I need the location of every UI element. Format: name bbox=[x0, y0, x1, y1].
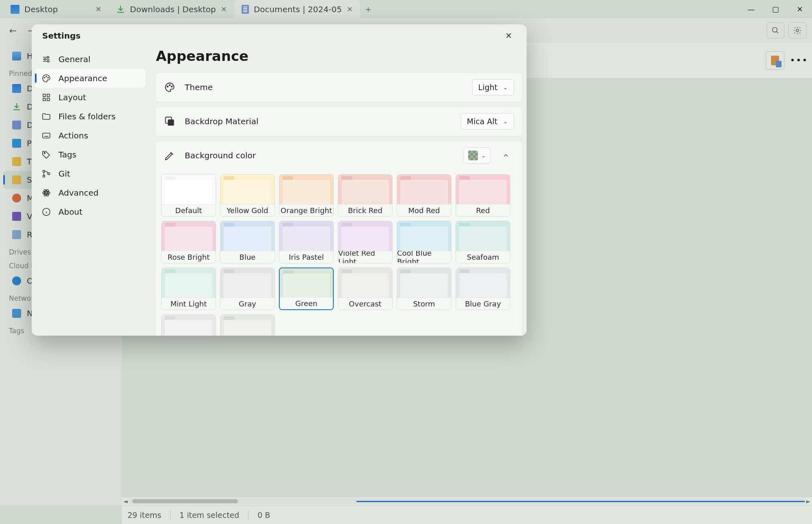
theme-dropdown[interactable]: Light ⌄ bbox=[472, 79, 514, 95]
collapse-button[interactable] bbox=[498, 147, 514, 164]
nav-label: Appearance bbox=[58, 73, 107, 83]
svg-point-17 bbox=[45, 192, 47, 194]
swatch-preview bbox=[220, 221, 274, 251]
dropdown-value: Light bbox=[478, 83, 497, 92]
svg-point-13 bbox=[44, 152, 45, 153]
settings-nav-actions[interactable]: Actions bbox=[35, 126, 145, 145]
nav-label: Files & folders bbox=[58, 112, 116, 121]
swatch-label: Storm bbox=[397, 298, 451, 310]
swatch-label: Mint Light bbox=[162, 298, 216, 310]
swatch-label: Violet Red Light bbox=[338, 251, 392, 263]
keyboard-icon bbox=[41, 131, 51, 140]
settings-pane[interactable]: Appearance Theme Light ⌄ Backdro bbox=[150, 47, 527, 336]
svg-rect-26 bbox=[168, 119, 174, 125]
swatch-preview bbox=[220, 268, 274, 298]
bgcolor-swatch-mint-light[interactable]: Mint Light bbox=[161, 267, 216, 310]
bgcolor-swatch-mod-red[interactable]: Mod Red bbox=[397, 174, 451, 217]
swatch-preview bbox=[279, 175, 333, 204]
swatch-label: Brick Red bbox=[338, 204, 392, 216]
color-swatch-icon bbox=[468, 151, 478, 160]
atom-icon bbox=[41, 188, 51, 198]
bgcolor-swatch-unnamed[interactable] bbox=[161, 314, 216, 336]
theme-card: Theme Light ⌄ bbox=[155, 72, 523, 102]
nav-label: Actions bbox=[58, 131, 88, 140]
svg-point-3 bbox=[44, 58, 46, 60]
bgcolor-swatch-blue[interactable]: Blue bbox=[220, 221, 275, 263]
swatch-label: Gray bbox=[220, 298, 274, 310]
settings-nav-general[interactable]: General bbox=[35, 50, 145, 69]
pane-title: Appearance bbox=[155, 47, 523, 72]
svg-point-14 bbox=[43, 170, 45, 172]
settings-nav-files-folders[interactable]: Files & folders bbox=[35, 107, 145, 126]
nav-label: Tags bbox=[58, 150, 76, 160]
svg-point-22 bbox=[167, 86, 168, 87]
bgcolor-swatch-iris-pastel[interactable]: Iris Pastel bbox=[279, 221, 334, 263]
svg-rect-8 bbox=[43, 94, 45, 97]
swatch-preview bbox=[162, 175, 216, 204]
bgcolor-swatch-cool-blue-bright[interactable]: Cool Blue Bright bbox=[397, 221, 451, 263]
bgcolor-swatch-gray[interactable]: Gray bbox=[220, 267, 275, 310]
bgcolor-swatch-seafoam[interactable]: Seafoam bbox=[456, 221, 510, 263]
chevron-down-icon: ⌄ bbox=[503, 118, 508, 125]
swatch-preview bbox=[397, 268, 451, 298]
bgcolor-swatch-violet-red-light[interactable]: Violet Red Light bbox=[338, 221, 393, 263]
folder-icon bbox=[41, 112, 51, 121]
bgcolor-swatch-default[interactable]: Default bbox=[161, 174, 216, 217]
nav-label: Layout bbox=[58, 93, 86, 102]
swatch-label: Orange Bright bbox=[279, 204, 333, 216]
settings-nav: GeneralAppearanceLayoutFiles & foldersAc… bbox=[32, 47, 150, 336]
git-icon bbox=[41, 169, 51, 179]
theme-label: Theme bbox=[185, 82, 213, 92]
svg-point-6 bbox=[46, 76, 47, 77]
bgcolor-swatch-green[interactable]: Green bbox=[279, 267, 334, 310]
swatch-preview bbox=[397, 221, 451, 251]
bgcolor-swatch-orange-bright[interactable]: Orange Bright bbox=[279, 174, 334, 217]
swatch-preview bbox=[280, 268, 333, 297]
svg-rect-9 bbox=[47, 94, 50, 97]
nav-label: Advanced bbox=[58, 188, 99, 198]
svg-rect-11 bbox=[47, 98, 50, 101]
nav-label: General bbox=[58, 54, 91, 64]
svg-point-5 bbox=[44, 77, 45, 78]
bgcolor-swatch-red[interactable]: Red bbox=[456, 174, 510, 217]
swatch-preview bbox=[338, 175, 392, 204]
swatch-preview bbox=[220, 315, 274, 336]
bgcolor-swatch-grid: DefaultYellow GoldOrange BrightBrick Red… bbox=[155, 170, 522, 336]
settings-nav-tags[interactable]: Tags bbox=[35, 145, 145, 164]
swatch-preview bbox=[456, 268, 510, 298]
modal-close-button[interactable]: ✕ bbox=[501, 28, 516, 43]
settings-nav-appearance[interactable]: Appearance bbox=[35, 69, 145, 88]
settings-nav-about[interactable]: About bbox=[35, 202, 145, 221]
bgcolor-swatch-blue-gray[interactable]: Blue Gray bbox=[456, 267, 510, 310]
swatch-label: Green bbox=[280, 297, 333, 309]
bgcolor-swatch-unnamed[interactable] bbox=[220, 314, 275, 336]
settings-nav-advanced[interactable]: Advanced bbox=[35, 183, 145, 202]
swatch-preview bbox=[162, 268, 216, 298]
backdrop-card: Backdrop Material Mica Alt ⌄ bbox=[155, 106, 523, 136]
bgcolor-swatch-brick-red[interactable]: Brick Red bbox=[338, 174, 393, 217]
bgcolor-swatch-overcast[interactable]: Overcast bbox=[338, 267, 393, 310]
swatch-label: Red bbox=[456, 204, 510, 216]
bgcolor-swatch-rose-bright[interactable]: Rose Bright bbox=[161, 221, 216, 263]
swatch-label: Seafoam bbox=[456, 251, 510, 263]
nav-label: About bbox=[58, 207, 82, 217]
grid-icon bbox=[41, 93, 51, 102]
palette-icon bbox=[41, 73, 51, 83]
tag-icon bbox=[41, 150, 51, 160]
bgcolor-swatch-yellow-gold[interactable]: Yellow Gold bbox=[220, 174, 275, 217]
bgcolor-swatch-storm[interactable]: Storm bbox=[397, 267, 451, 310]
bgcolor-dropdown[interactable]: ⌄ bbox=[464, 147, 490, 164]
backdrop-dropdown[interactable]: Mica Alt ⌄ bbox=[461, 113, 514, 129]
settings-nav-layout[interactable]: Layout bbox=[35, 88, 145, 107]
chevron-down-icon: ⌄ bbox=[481, 152, 486, 159]
swatch-preview bbox=[220, 175, 274, 204]
svg-point-24 bbox=[171, 86, 173, 87]
swatch-label: Rose Bright bbox=[162, 251, 216, 263]
swatch-label: Blue Gray bbox=[456, 298, 510, 310]
settings-nav-git[interactable]: Git bbox=[35, 164, 145, 183]
swatch-preview bbox=[456, 175, 510, 204]
swatch-label: Overcast bbox=[338, 298, 392, 310]
swatch-label: Iris Pastel bbox=[279, 251, 333, 263]
svg-point-7 bbox=[48, 77, 49, 78]
info-icon bbox=[41, 207, 51, 217]
